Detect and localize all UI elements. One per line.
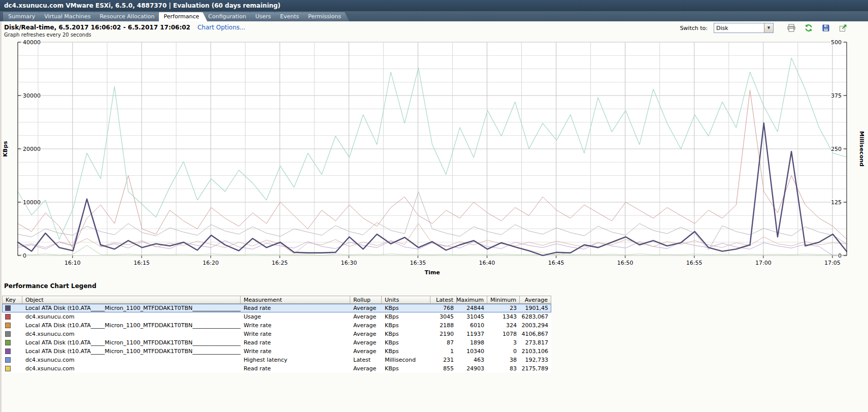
svg-text:16:10: 16:10 (64, 260, 81, 266)
legend-cell-latest: 2190 (430, 330, 457, 338)
tab-virtual-machines[interactable]: Virtual Machines (39, 12, 98, 21)
legend-cell-rollup: Latest (350, 356, 382, 364)
legend-cell-measurement: Read rate (241, 364, 350, 373)
legend-cell-maximum: 24903 (457, 364, 487, 373)
legend-cell-minimum: 3 (487, 338, 520, 347)
svg-text:10000: 10000 (23, 199, 41, 206)
legend-cell-rollup: Average (350, 347, 382, 356)
tab-resource-allocation[interactable]: Resource Allocation (94, 12, 162, 21)
series-key-swatch (5, 348, 11, 354)
legend-cell-object: dc4.xsunucu.com (22, 364, 241, 373)
legend-cell-key (2, 338, 22, 347)
series-key-swatch (5, 340, 11, 345)
legend-cell-minimum: 1078 (487, 330, 520, 338)
svg-text:125: 125 (831, 199, 842, 206)
legend-cell-units: KBps (382, 338, 430, 347)
legend-row[interactable]: Local ATA Disk (t10.ATA_____Micron_1100_… (2, 338, 551, 347)
legend-cell-average: 2003,294 (520, 321, 551, 330)
chart-svg[interactable]: 010000200003000040000012525037550016:101… (0, 38, 868, 277)
legend-cell-maximum: 463 (457, 356, 487, 364)
legend-cell-maximum: 1898 (457, 338, 487, 347)
legend-cell-average: 4106,867 (520, 330, 551, 338)
chart-toolbar: Switch to: Disk ▼ (680, 23, 848, 33)
chart-options-link[interactable]: Chart Options... (197, 24, 246, 31)
svg-text:20000: 20000 (23, 146, 41, 152)
tab-users[interactable]: Users (250, 12, 279, 21)
legend-cell-measurement: Usage (241, 312, 350, 321)
legend-cell-key (2, 356, 22, 364)
tab-summary[interactable]: Summary (3, 12, 43, 21)
legend-cell-latest: 1 (430, 347, 457, 356)
legend-cell-average: 2103,106 (520, 347, 551, 356)
chart-title: Disk/Real-time, 6.5.2017 16:06:02 - 6.5.… (4, 24, 190, 31)
legend-row[interactable]: Local ATA Disk (t10.ATA_____Micron_1100_… (2, 304, 551, 312)
svg-text:30000: 30000 (23, 92, 41, 99)
toolbar-icons (787, 24, 848, 32)
printer-icon[interactable] (787, 24, 796, 32)
legend-cell-rollup: Average (350, 321, 382, 330)
svg-text:Time: Time (424, 269, 440, 276)
legend-cell-minimum: 324 (487, 321, 520, 330)
svg-text:0: 0 (23, 252, 26, 259)
legend-cell-latest: 87 (430, 338, 457, 347)
performance-chart[interactable]: 010000200003000040000012525037550016:101… (0, 38, 868, 277)
chart-header: Disk/Real-time, 6.5.2017 16:06:02 - 6.5.… (0, 21, 868, 38)
legend-cell-units: KBps (382, 330, 430, 338)
svg-text:16:40: 16:40 (479, 260, 495, 266)
legend-cell-maximum: 24844 (457, 304, 487, 312)
refresh-icon[interactable] (804, 24, 813, 32)
legend-cell-minimum: 0 (487, 347, 520, 356)
svg-text:16:55: 16:55 (686, 260, 703, 266)
legend-cell-minimum: 23 (487, 304, 520, 312)
legend-col-measurement[interactable]: Measurement (241, 296, 350, 304)
legend-header-row: KeyObjectMeasurementRollupUnitsLatestMax… (2, 296, 551, 304)
legend-cell-measurement: Read rate (241, 304, 350, 312)
legend-row[interactable]: dc4.xsunucu.comUsageAverageKBps304531045… (2, 312, 551, 321)
legend-row[interactable]: dc4.xsunucu.comWrite rateAverageKBps2190… (2, 330, 551, 338)
legend-cell-object: Local ATA Disk (t10.ATA_____Micron_1100_… (22, 321, 241, 330)
svg-text:16:45: 16:45 (548, 260, 564, 266)
legend-cell-minimum: 1343 (487, 312, 520, 321)
legend-col-key[interactable]: Key (2, 296, 22, 304)
legend-cell-units: KBps (382, 321, 430, 330)
legend-row[interactable]: dc4.xsunucu.comHighest latencyLatestMill… (2, 356, 551, 364)
legend-col-rollup[interactable]: Rollup (350, 296, 382, 304)
legend-cell-units: KBps (382, 304, 430, 312)
legend-cell-maximum: 11937 (457, 330, 487, 338)
legend-row[interactable]: Local ATA Disk (t10.ATA_____Micron_1100_… (2, 347, 551, 356)
performance-page: dc4.xsunucu.com VMware ESXi, 6.5.0, 4887… (0, 0, 868, 412)
legend-cell-latest: 855 (430, 364, 457, 373)
legend-cell-object: Local ATA Disk (t10.ATA_____Micron_1100_… (22, 338, 241, 347)
legend-row[interactable]: Local ATA Disk (t10.ATA_____Micron_1100_… (2, 321, 551, 330)
legend-col-maximum[interactable]: Maximum (457, 296, 487, 304)
tab-events[interactable]: Events (275, 12, 307, 21)
svg-text:500: 500 (831, 39, 842, 46)
legend-cell-object: Local ATA Disk (t10.ATA_____Micron_1100_… (22, 304, 241, 312)
legend-cell-object: dc4.xsunucu.com (22, 330, 241, 338)
legend-cell-rollup: Average (350, 312, 382, 321)
legend-cell-key (2, 364, 22, 373)
legend-cell-maximum: 31045 (457, 312, 487, 321)
legend-row[interactable]: dc4.xsunucu.comRead rateAverageKBps85524… (2, 364, 551, 373)
legend-col-average[interactable]: Average (520, 296, 551, 304)
tab-permissions[interactable]: Permissions (303, 12, 349, 21)
legend-col-units[interactable]: Units (382, 296, 430, 304)
svg-text:40000: 40000 (23, 39, 41, 46)
legend-cell-units: Millisecond (382, 356, 430, 364)
switch-to-dropdown[interactable]: Disk ▼ (714, 23, 774, 33)
legend-col-minimum[interactable]: Minimum (487, 296, 520, 304)
tab-performance[interactable]: Performance (159, 12, 208, 21)
svg-text:KBps: KBps (2, 141, 9, 157)
legend-col-latest[interactable]: Latest (430, 296, 457, 304)
save-icon[interactable] (821, 24, 830, 32)
tab-configuration[interactable]: Configuration (203, 12, 254, 21)
svg-text:16:20: 16:20 (203, 260, 219, 266)
popout-chart-icon[interactable] (839, 24, 848, 32)
chevron-down-icon[interactable]: ▼ (764, 23, 773, 33)
legend-cell-key (2, 321, 22, 330)
legend-cell-units: KBps (382, 347, 430, 356)
legend-cell-object: dc4.xsunucu.com (22, 312, 241, 321)
legend-col-object[interactable]: Object (22, 296, 241, 304)
legend-cell-minimum: 83 (487, 364, 520, 373)
series-key-swatch (5, 357, 11, 363)
